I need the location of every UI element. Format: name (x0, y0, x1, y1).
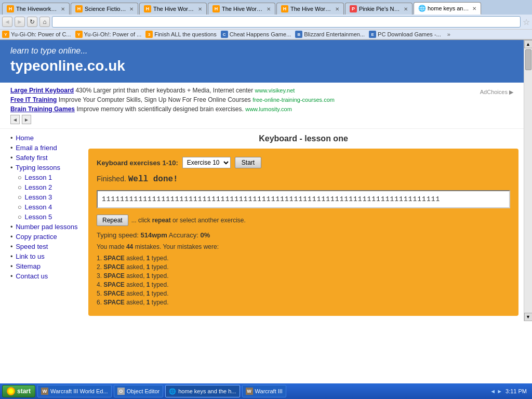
home-button[interactable]: ⌂ (39, 17, 50, 27)
bookmark-5[interactable]: E PC Download Games -... (369, 31, 441, 38)
scroll-thumb[interactable] (525, 49, 531, 70)
tab-4-close[interactable]: ✕ (335, 6, 339, 12)
ad-choices: AdChoices ▶ (480, 89, 513, 96)
sidebar-link-link-to-us[interactable]: Link to us (16, 252, 45, 260)
site-header: learn to type online... typeonline.co.uk (0, 40, 524, 83)
sidebar-link-typing-lessons[interactable]: Typing lessons (16, 164, 60, 171)
mistake-3-typed: 1 (147, 281, 150, 288)
tab-6-close[interactable]: ✕ (472, 6, 476, 11)
lesson-title: Keyboard - lesson one (88, 134, 518, 143)
main-content: learn to type online... typeonline.co.uk… (0, 40, 524, 321)
forward-button[interactable]: ► (15, 17, 25, 27)
address-bar[interactable]: typeonline.co.uk/lesson1.html (52, 16, 521, 28)
ad-next-button[interactable]: ► (22, 115, 31, 124)
browser-chrome: H The Hiveworksh... ✕ H Science Fiction … (0, 0, 532, 40)
finished-text: Finished. Well done! (97, 175, 510, 184)
sidebar-item-speed-test: • Speed test (10, 243, 78, 250)
bookmark-3-icon: C (221, 31, 228, 38)
tab-4[interactable]: H The Hive Works... ✕ (276, 3, 344, 15)
repeat-button[interactable]: Repeat (97, 215, 128, 226)
sidebar-item-typing-lessons: • Typing lessons (10, 164, 78, 171)
tab-1-close[interactable]: ✕ (129, 6, 134, 12)
mistake-4-key: SPACE (103, 290, 124, 297)
tab-3-close[interactable]: ✕ (267, 6, 271, 12)
mistake-list: 1. SPACE asked, 1 typed. 2. SPACE asked,… (97, 255, 510, 306)
bookmark-4[interactable]: B Blizzard Entertainmen... (295, 31, 365, 38)
nav-bar: ◄ ► ↻ ⌂ typeonline.co.uk/lesson1.html ☆ (0, 15, 532, 30)
tab-2[interactable]: H The Hive Works... ✕ (139, 3, 207, 15)
sidebar-item-lesson2: ○ Lesson 2 (18, 183, 78, 191)
finished-prefix: Finished. (97, 175, 126, 183)
sidebar-item-lesson4: ○ Lesson 4 (18, 203, 78, 211)
tab-2-close[interactable]: ✕ (198, 6, 202, 12)
bookmark-star-icon[interactable]: ☆ (523, 17, 530, 27)
sidebar-item-copy-practice: • Copy practice (10, 233, 78, 241)
repeat-keyword: repeat (152, 217, 171, 224)
tab-1[interactable]: H Science Fiction ... ✕ (71, 3, 138, 15)
bookmark-0[interactable]: Y Yu-Gi-Oh: Power of C... (2, 31, 71, 38)
sidebar-item-lesson5: ○ Lesson 5 (18, 213, 78, 221)
mistake-3-key: SPACE (103, 281, 124, 288)
bookmark-2[interactable]: 3 Finish ALL the questions (145, 31, 216, 38)
sidebar-link-safety[interactable]: Safety first (16, 154, 47, 162)
mistake-item-4: 5. SPACE asked, 1 typed. (97, 290, 510, 297)
sidebar-link-lesson1[interactable]: Lesson 1 (24, 174, 52, 181)
sidebar-link-home[interactable]: Home (16, 134, 34, 142)
tab-6[interactable]: 🌐 home keys and ... ✕ (414, 2, 481, 15)
lesson-area: Keyboard - lesson one Keyboard exercises… (83, 134, 524, 316)
sidebar-link-contact[interactable]: Contact us (16, 272, 48, 280)
stats-accuracy: 0% (200, 231, 210, 239)
tab-2-label: The Hive Works... (153, 6, 196, 12)
sidebar-link-sitemap[interactable]: Sitemap (16, 262, 41, 270)
bookmark-2-icon: 3 (145, 31, 153, 38)
scroll-down-button[interactable]: ▼ (524, 313, 533, 321)
tab-bar: H The Hiveworksh... ✕ H Science Fiction … (0, 0, 532, 15)
sidebar-link-copy-practice[interactable]: Copy practice (16, 233, 57, 241)
sidebar-item-lesson3: ○ Lesson 3 (18, 193, 78, 201)
back-button[interactable]: ◄ (2, 17, 12, 27)
mistake-4-typed: 1 (147, 290, 150, 297)
sidebar-link-number-pad[interactable]: Number pad lessons (16, 223, 77, 231)
exercise-select[interactable]: Exercise 1 Exercise 2 Exercise 3 Exercis… (182, 157, 231, 168)
start-button[interactable]: Start (235, 157, 261, 168)
sidebar-link-lesson2[interactable]: Lesson 2 (24, 183, 52, 191)
sidebar-link-lesson5[interactable]: Lesson 5 (24, 213, 52, 221)
sidebar-link-email[interactable]: Email a friend (16, 144, 57, 152)
tab-3[interactable]: H The Hive Worksi... ✕ (208, 3, 275, 15)
tab-5[interactable]: P Pinkie Pie's No f... ✕ (345, 3, 413, 15)
stats: Typing speed: 514wpm Accuracy: 0% (97, 231, 510, 239)
bookmark-3[interactable]: C Cheat Happens Game... (221, 31, 291, 38)
ad-2-text: Improve memory with scientifically desig… (76, 105, 245, 113)
ad-prev-button[interactable]: ◄ (10, 115, 20, 124)
bookmark-1[interactable]: Y Yu-Gi-Oh!: Power of ... (75, 31, 142, 38)
bookmark-1-label: Yu-Gi-Oh!: Power of ... (84, 31, 142, 37)
sidebar-link-lesson3[interactable]: Lesson 3 (24, 193, 52, 201)
bookmarks-bar: Y Yu-Gi-Oh: Power of C... Y Yu-Gi-Oh!: P… (0, 30, 532, 39)
scrollbar[interactable]: ▲ ▼ (524, 40, 532, 321)
tab-5-label: Pinkie Pie's No f... (359, 6, 402, 12)
tab-0-close[interactable]: ✕ (61, 6, 65, 12)
mistake-0-key: SPACE (103, 255, 124, 262)
scroll-up-button[interactable]: ▲ (524, 40, 533, 48)
tab-5-close[interactable]: ✕ (404, 6, 408, 12)
mistake-item-0: 1. SPACE asked, 1 typed. (97, 255, 510, 262)
refresh-button[interactable]: ↻ (27, 17, 37, 27)
sidebar-link-lesson4[interactable]: Lesson 4 (24, 203, 52, 211)
bookmark-0-label: Yu-Gi-Oh: Power of C... (11, 31, 71, 37)
ad-row-0: Large Print Keyboard 430% Larger print t… (10, 87, 513, 94)
scroll-track[interactable] (524, 48, 532, 313)
ad-0-title[interactable]: Large Print Keyboard (10, 87, 74, 94)
bookmarks-more[interactable]: » (447, 31, 450, 37)
bookmark-5-label: PC Download Games -... (378, 31, 441, 37)
sidebar-item-lesson1: ○ Lesson 1 (18, 174, 78, 181)
ad-2-title[interactable]: Brain Training Games (10, 105, 75, 113)
tab-0[interactable]: H The Hiveworksh... ✕ (2, 3, 70, 15)
sidebar: • Home • Email a friend • Safety first •… (0, 134, 83, 316)
repeat-hint: ... click repeat or select another exerc… (131, 217, 246, 224)
mistake-item-5: 6. SPACE asked, 1 typed. (97, 299, 510, 306)
exercise-controls: Keyboard exercises 1-10: Exercise 1 Exer… (97, 157, 510, 168)
mistake-item-1: 2. SPACE asked, 1 typed. (97, 263, 510, 271)
page-wrapper: learn to type online... typeonline.co.uk… (0, 40, 532, 321)
sidebar-link-speed-test[interactable]: Speed test (16, 243, 48, 250)
ad-1-title[interactable]: Free IT Training (10, 96, 57, 103)
